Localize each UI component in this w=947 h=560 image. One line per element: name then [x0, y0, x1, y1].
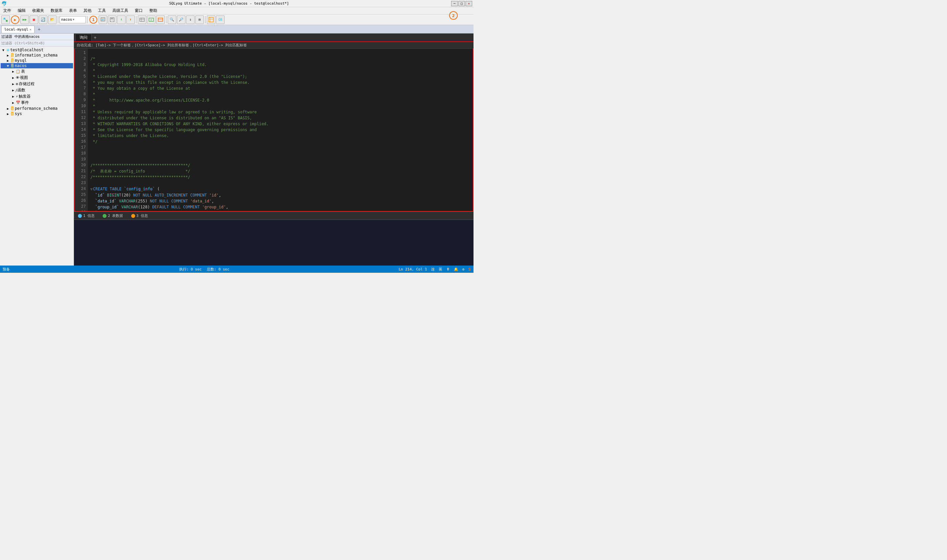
tb-search[interactable]: 🔍	[168, 15, 176, 24]
menu-window[interactable]: 窗口	[133, 7, 145, 14]
tb-schema[interactable]	[207, 15, 216, 24]
tb-stop[interactable]: ■	[29, 15, 38, 24]
tree-procedures[interactable]: ▶ ⚙ 存储过程	[1, 81, 73, 87]
events-icon: 📅	[16, 100, 20, 105]
maximize-button[interactable]: □	[458, 1, 465, 6]
db-tab-local[interactable]: local-mysql ✕	[1, 26, 34, 33]
menu-bar: 文件 编辑 收藏夹 数据库 表单 其他 工具 高级工具 窗口 整助	[0, 7, 473, 14]
status-bar: 预备 执行: 0 sec 总数: 0 sec Ln 214, Col 1 连 英…	[0, 266, 473, 273]
db-tabs-bar: local-mysql ✕ +	[0, 25, 473, 34]
tb-table[interactable]	[138, 15, 146, 24]
status-total: 总数: 0 sec	[207, 267, 229, 272]
tb-save[interactable]	[108, 15, 116, 24]
menu-tools[interactable]: 工具	[96, 7, 108, 14]
tree-db-mysql[interactable]: ▶ 🗄 mysql	[1, 58, 73, 63]
db-tab-add[interactable]: +	[36, 26, 42, 32]
status-position: Ln 214, Col 1	[399, 267, 427, 271]
menu-edit[interactable]: 编辑	[16, 7, 28, 14]
tb-open[interactable]: 📂	[48, 15, 57, 24]
expand-icon[interactable]: ▶	[6, 112, 10, 116]
svg-rect-16	[209, 17, 213, 22]
app-icon: 🐬	[1, 1, 7, 6]
expand-icon[interactable]: ▶	[11, 82, 15, 86]
tb-filter[interactable]: 🔎	[177, 15, 185, 24]
tree-tables[interactable]: ▶ 📋 表	[1, 68, 73, 75]
circle-annotation-2: 2	[449, 11, 458, 20]
tb-new-query[interactable]	[99, 15, 107, 24]
query-tab-main[interactable]: 询问	[75, 34, 92, 41]
tree-label: 函数	[17, 88, 25, 93]
tree-db-nacos[interactable]: ▼ 🗄 nacos	[1, 63, 73, 68]
info-icon	[78, 214, 82, 218]
bottom-tab-info[interactable]: 1 信息	[74, 212, 99, 219]
menu-file[interactable]: 文件	[1, 7, 13, 14]
expand-icon[interactable]: ▶	[6, 59, 10, 62]
data-icon	[103, 214, 106, 218]
svg-rect-9	[140, 18, 144, 22]
status-exec: 执行: 0 sec	[179, 267, 202, 272]
expand-icon[interactable]: ▼	[1, 48, 5, 52]
tb-insert[interactable]: +	[147, 15, 156, 24]
dropdown-arrow-icon: ▼	[73, 18, 74, 21]
tb-query-builder[interactable]: QB	[216, 15, 225, 24]
tree-label: 触发器	[19, 94, 31, 99]
tree-triggers[interactable]: ▶ ⚡ 触发器	[1, 93, 73, 100]
tb-structure[interactable]	[156, 15, 165, 24]
tb-sort[interactable]: ↕	[186, 15, 195, 24]
menu-favorites[interactable]: 收藏夹	[30, 7, 46, 14]
menu-database[interactable]: 数据库	[49, 7, 65, 14]
tables-icon: 📋	[16, 69, 20, 74]
tb-group[interactable]: ⊞	[195, 15, 204, 24]
expand-icon[interactable]: ▶	[6, 54, 10, 57]
tb-import[interactable]: ⬇	[117, 15, 126, 24]
menu-help[interactable]: 整助	[147, 7, 159, 14]
expand-icon[interactable]: ▶	[11, 101, 15, 105]
tree-db-info[interactable]: ▶ 🗄 information_schema	[1, 52, 73, 58]
tree-views[interactable]: ▶ 👁 视图	[1, 75, 73, 81]
expand-icon[interactable]: ▼	[6, 64, 10, 68]
status-left: 预备	[3, 267, 10, 272]
tree-label: 存储过程	[19, 81, 34, 87]
expand-icon[interactable]: ▶	[11, 95, 15, 98]
tree-server[interactable]: ▼ 🖥 test@localhost	[1, 47, 73, 52]
tree-label: information_schema	[15, 53, 57, 57]
menu-other[interactable]: 其他	[82, 7, 93, 14]
expand-icon[interactable]: ▶	[6, 107, 10, 111]
filter-label: 过滤器 中的表格nacos	[0, 34, 74, 40]
menu-table[interactable]: 表单	[67, 7, 79, 14]
tb-execute[interactable]: ▶	[11, 15, 19, 24]
db-select[interactable]: nacos ▼	[60, 16, 86, 23]
tree-label: 事件	[21, 100, 29, 106]
tb-refresh[interactable]: 🔄	[39, 15, 47, 24]
query-tab-add[interactable]: +	[92, 35, 98, 40]
close-button[interactable]: ✕	[466, 1, 472, 6]
expand-icon[interactable]: ▶	[11, 88, 15, 92]
filter-input[interactable]: 过滤器 (Ctrl+Shift+B)	[0, 40, 74, 47]
bottom-tab-data[interactable]: 2 表数据	[99, 212, 127, 219]
tb-execute-all[interactable]: ▶▶	[20, 15, 29, 24]
tree-events[interactable]: ▶ 📅 事件	[1, 100, 73, 106]
menu-advanced[interactable]: 高级工具	[111, 7, 130, 14]
status-volume-icon: 🔔	[454, 267, 458, 271]
bottom-tab-messages[interactable]: 3 信息	[127, 212, 152, 219]
expand-icon[interactable]: ▶	[11, 70, 15, 73]
code-editor[interactable]: 1 2 3 4 5 6 7 8 9 10 11 12 13 14 15 16 1…	[74, 49, 473, 212]
db-icon: 🗄	[11, 58, 14, 63]
svg-text:+: +	[150, 18, 152, 22]
separator-1	[58, 16, 58, 23]
tree-functions[interactable]: ▶ 𝑓 函数	[1, 87, 73, 93]
tree-db-perf[interactable]: ▶ 🗄 performance_schema	[1, 106, 73, 111]
msg-icon	[131, 214, 135, 218]
svg-rect-14	[158, 18, 163, 22]
db-tab-close[interactable]: ✕	[29, 28, 32, 31]
tree-db-sys[interactable]: ▶ 🗄 sys	[1, 111, 73, 116]
minimize-button[interactable]: ─	[451, 1, 458, 6]
code-content[interactable]: /* * Copyright 1999-2018 Alibaba Group H…	[88, 49, 473, 211]
right-panel: 询问 + 自动完成: [Tab]-> 下一个标签，[Ctrl+Space]-> …	[74, 34, 473, 266]
separator-2	[87, 16, 88, 23]
expand-icon[interactable]: ▶	[11, 76, 15, 80]
trigger-icon: ⚡	[16, 94, 18, 98]
tb-export[interactable]: ⬆	[126, 15, 135, 24]
left-panel: 过滤器 中的表格nacos 过滤器 (Ctrl+Shift+B) ▼ 🖥 tes…	[0, 34, 74, 266]
tb-new-conn[interactable]	[1, 15, 10, 24]
